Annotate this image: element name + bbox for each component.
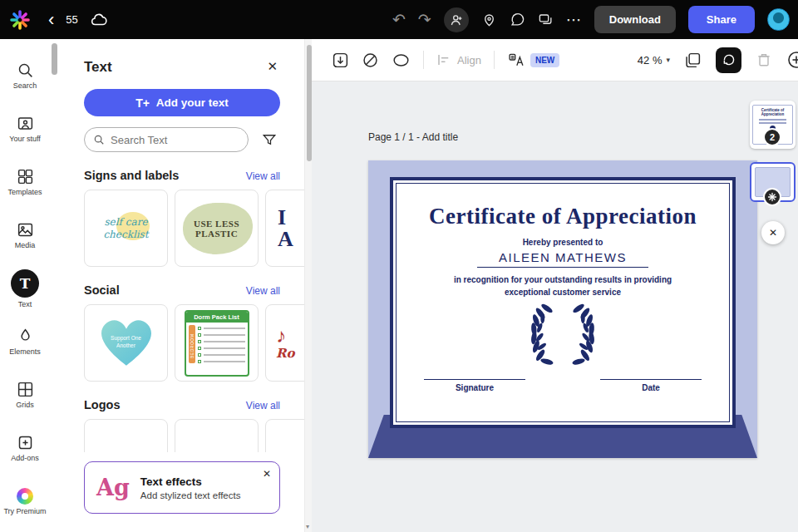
dorm-list-lines (198, 325, 245, 363)
certificate-recognition-text[interactable]: in recognition for your outstanding resu… (454, 274, 672, 298)
view-all-link[interactable]: View all (246, 170, 280, 182)
date-block[interactable]: Date (600, 379, 702, 392)
back-chevron-icon[interactable]: ‹ (48, 11, 54, 29)
comment-icon[interactable] (510, 12, 525, 27)
translate-button[interactable]: NEW (507, 52, 559, 68)
text-effects-subtitle: Add stylized text effects (140, 490, 241, 500)
remove-background-button[interactable] (362, 52, 379, 69)
thumbnail-title: Certificate of Appreciation (754, 108, 791, 117)
chat-icon[interactable] (538, 12, 554, 27)
add-ons-icon (17, 434, 34, 451)
sidebar-item-media[interactable]: Media (0, 209, 50, 262)
signs-card-row: self care checklist USE LESS PLASTIC I A (84, 190, 304, 267)
sidebar-item-templates[interactable]: Templates (0, 155, 50, 209)
deselect-close-button[interactable]: ✕ (761, 221, 785, 244)
chevron-down-icon: ▾ (666, 56, 670, 64)
search-input[interactable] (111, 134, 227, 146)
text-effects-banner[interactable]: Ag Text effects Add stylized text effect… (84, 461, 280, 514)
main-area: Align NEW 42 % ▾ (312, 39, 798, 532)
filter-icon[interactable] (262, 132, 277, 147)
history-icon (722, 52, 736, 67)
avatar[interactable] (767, 8, 790, 31)
date-label: Date (600, 383, 702, 392)
sidebar-item-your-stuff[interactable]: Your stuff (0, 102, 50, 155)
template-card-dorm-pack-list[interactable]: Dorm Pack List BEDROOM (175, 304, 259, 382)
shape-crop-button[interactable] (392, 52, 411, 69)
card-text: I A (266, 207, 304, 250)
sidebar-item-label: Templates (7, 188, 42, 196)
template-card-support-heart[interactable]: Support One Another (84, 304, 168, 382)
align-label: Align (457, 54, 481, 66)
context-toolbar: Align NEW 42 % ▾ (312, 39, 798, 81)
view-all-link[interactable]: View all (246, 400, 280, 411)
template-card-use-less-plastic[interactable]: USE LESS PLASTIC (175, 190, 259, 267)
history-tool-button[interactable] (716, 47, 741, 73)
add-your-text-label: Add your text (156, 96, 229, 109)
text-effects-title: Text effects (140, 475, 241, 488)
panel-scrollbar-thumb[interactable] (307, 45, 312, 161)
align-button[interactable]: Align (436, 52, 481, 67)
share-button[interactable]: Share (688, 6, 755, 33)
sidebar-item-label: Elements (9, 347, 41, 356)
panel-bottom-area: Ag Text effects Add stylized text effect… (60, 452, 304, 532)
add-your-text-button[interactable]: T+ Add your text (84, 89, 280, 116)
sidebar-item-try-premium[interactable]: Try Premium (0, 475, 50, 528)
certificate-design[interactable]: Certificate of Appreciation Hereby prese… (368, 160, 757, 458)
more-options-icon[interactable]: ⋯ (566, 12, 582, 27)
delete-button[interactable] (756, 52, 772, 68)
sidebar-item-label: Your stuff (9, 135, 41, 143)
sidebar-item-label: Text (18, 300, 32, 308)
toolbar-divider (423, 51, 424, 69)
card-text: Dorm Pack List (186, 312, 248, 323)
certificate-title[interactable]: Certificate of Appreciation (429, 204, 697, 229)
text-search-field[interactable] (84, 127, 249, 152)
sidebar-item-search[interactable]: Search (0, 49, 50, 102)
template-card-self-care[interactable]: self care checklist (84, 190, 168, 267)
card-side-label: BEDROOM (189, 325, 195, 363)
doc-number: 55 (66, 13, 77, 26)
template-badge[interactable] (763, 188, 781, 206)
page-label[interactable]: Page 1 / 1 - Add title (368, 131, 458, 143)
redo-icon[interactable]: ↷ (418, 12, 431, 27)
effects-close-icon[interactable]: ✕ (263, 468, 271, 480)
cloud-sync-icon[interactable] (90, 11, 108, 29)
zoom-control[interactable]: 42 % ▾ (638, 54, 670, 66)
sidebar-item-add-ons[interactable]: Add-ons (0, 421, 50, 475)
undo-icon[interactable]: ↶ (392, 12, 406, 27)
pages-button[interactable] (684, 52, 702, 69)
add-page-button[interactable] (786, 50, 798, 70)
music-note-icon: ♪ (276, 324, 286, 347)
scroll-down-icon[interactable]: ▾ (306, 523, 309, 530)
new-badge: NEW (530, 53, 559, 67)
panel-close-icon[interactable]: ✕ (267, 59, 278, 74)
sidebar-item-label: Add-ons (11, 454, 39, 462)
download-button[interactable]: Download (594, 6, 676, 33)
search-icon (93, 134, 105, 145)
sidebar-item-label: Try Premium (3, 507, 46, 515)
template-card-partial-social[interactable]: ♪ Ro (265, 304, 304, 382)
certificate-presented-to[interactable]: Hereby presented to (523, 238, 603, 247)
sidebar-item-grids[interactable]: Grids (0, 368, 50, 421)
sidebar-item-text[interactable]: T Text (0, 262, 50, 315)
certificate-recipient[interactable]: AILEEN MATHEWS (477, 250, 648, 268)
card-text: Ro (276, 346, 294, 361)
sidebar-item-elements[interactable]: Elements (0, 315, 50, 368)
replace-media-button[interactable] (332, 52, 349, 69)
adobe-express-logo-icon[interactable] (10, 10, 30, 30)
panel-scrollbar[interactable]: ▾ (304, 39, 312, 532)
signature-block[interactable]: Signature (424, 379, 525, 392)
align-icon (436, 52, 451, 67)
thumbnail-line (759, 119, 786, 121)
page-count-badge[interactable]: 2 (763, 128, 781, 146)
pin-icon[interactable] (481, 12, 497, 27)
canvas-area[interactable]: Page 1 / 1 - Add title Certificate of Ap… (312, 81, 798, 532)
collaborate-button[interactable] (444, 7, 469, 32)
grids-icon (17, 381, 34, 398)
text-panel: ✕ Text T+ Add your text Signs and labels… (60, 39, 304, 532)
laurel-wreath-icon[interactable] (520, 303, 606, 367)
template-card-partial-sign[interactable]: I A (265, 190, 304, 267)
rail-scrollbar-thumb[interactable] (52, 43, 57, 75)
section-social: Social View all (84, 283, 280, 297)
elements-icon (17, 328, 34, 345)
view-all-link[interactable]: View all (246, 285, 280, 297)
